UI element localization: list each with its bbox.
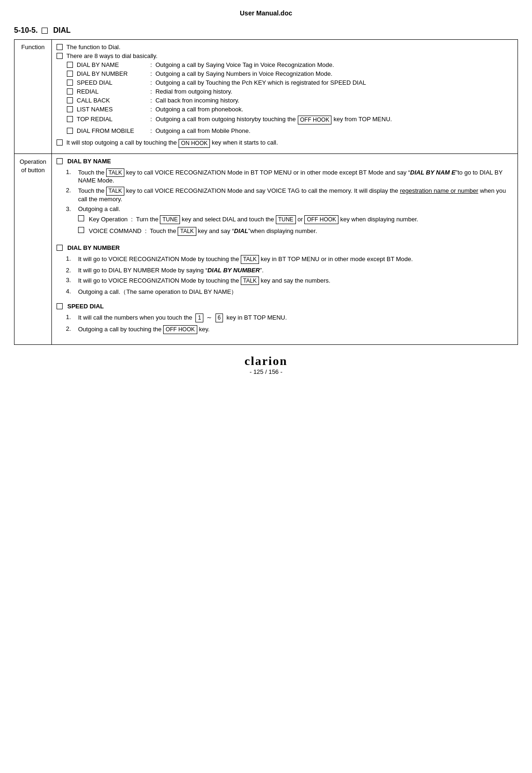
talk-key-2: TALK	[106, 187, 124, 196]
cb-op-dnum	[57, 245, 63, 251]
op-speed-dial: SPEED DIAL 1. It will call the numbers w…	[57, 303, 513, 334]
footer: clarion - 125 / 156 -	[14, 354, 518, 375]
top-redial-label: TOP REDIAL	[77, 116, 147, 123]
section-number: 5-10-5.	[14, 26, 38, 35]
speed-item-2: 2. Outgoing a call by touching the OFF H…	[66, 325, 513, 334]
dial-from-mobile-row: DIAL FROM MOBILE : Outgoing a call from …	[67, 127, 513, 134]
function-label: Function	[14, 40, 52, 154]
talk-key-3: TALK	[178, 227, 196, 236]
dbn-sub-keyop: Key Operation : Turn the TUNE key and se…	[78, 215, 418, 224]
dnum-list: 1. It will go to VOICE RECOGNIZATION Mod…	[66, 255, 513, 297]
cb-dial-name	[67, 62, 73, 68]
page-number: - 125 / 156 -	[14, 368, 518, 375]
dial-items-list: DIAL BY NAME : Outgoing a call by Saying…	[67, 61, 513, 113]
dial-item-listnames: LIST NAMES : Outgoing a call from phoneb…	[67, 106, 513, 113]
op-speed-header: SPEED DIAL	[57, 303, 513, 310]
speed-list: 1. It will call the numbers when you tou…	[66, 314, 513, 334]
cb-op-speed	[57, 303, 63, 309]
section-checkbox	[42, 28, 48, 34]
cb-dial-mobile	[67, 128, 73, 134]
top-redial-row: TOP REDIAL : Outgoing a call from outgoi…	[67, 116, 513, 124]
operation-content: DIAL BY NAME 1. Touch the TALK key to ca…	[52, 153, 518, 344]
speed-item-1: 1. It will call the numbers when you tou…	[66, 314, 513, 322]
dial-item-redial: REDIAL : Redial from outgoing history.	[67, 88, 513, 95]
dnum-item-1: 1. It will go to VOICE RECOGNIZATION Mod…	[66, 255, 513, 264]
page-title: User Manual.doc	[14, 9, 518, 17]
talk-key-1: TALK	[106, 168, 124, 177]
dbn-item-2: 2. Touch the TALK key to call VOICE RECO…	[66, 187, 513, 203]
tune-key-1: TUNE	[160, 215, 180, 224]
op-dbn-header: DIAL BY NAME	[57, 158, 513, 165]
dnum-item-4: 4. Outgoing a call.（The same operation t…	[66, 288, 513, 296]
operation-label: Operation of button	[14, 153, 52, 344]
op-dnum-header: DIAL BY NUMBER	[57, 244, 513, 251]
talk-key-5: TALK	[241, 277, 259, 285]
section-header: 5-10-5. DIAL	[14, 26, 518, 35]
dial-item-number: DIAL BY NUMBER : Outgoing a call by Sayi…	[67, 70, 513, 77]
section-name: DIAL	[53, 26, 71, 35]
function-row: Function The function to Dial. There are…	[14, 40, 518, 154]
dnum-item-2: 2. It will go to DIAL BY NUMBER Mode by …	[66, 267, 513, 274]
function-item-1: The function to Dial.	[57, 44, 513, 51]
main-table: Function The function to Dial. There are…	[14, 39, 518, 345]
off-hook-key-2: OFF HOOK	[304, 215, 338, 224]
off-hook-key-1: OFF HOOK	[298, 116, 332, 124]
cb-function-2	[57, 53, 63, 59]
cb-voice	[78, 227, 84, 233]
stop-line: It will stop outgoing a call by touching…	[57, 139, 513, 148]
function-item-2: There are 8 ways to dial basically.	[57, 52, 513, 59]
dbn-item-3: 3. Outgoing a call. Key Operation : Turn…	[66, 205, 513, 238]
dial-item-callback: CALL BACK : Call back fron incoming hist…	[67, 97, 513, 104]
cb-dial-speed	[67, 80, 73, 86]
operation-row: Operation of button DIAL BY NAME 1. Touc…	[14, 153, 518, 344]
brand-logo: clarion	[14, 354, 518, 368]
function-content: The function to Dial. There are 8 ways t…	[52, 40, 518, 154]
dial-item-name: DIAL BY NAME : Outgoing a call by Saying…	[67, 61, 513, 68]
cb-op-dbn	[57, 158, 63, 164]
off-hook-key-3: OFF HOOK	[163, 325, 197, 334]
cb-dial-callback	[67, 97, 73, 103]
cb-dial-number	[67, 71, 73, 77]
talk-key-4: TALK	[241, 255, 259, 264]
op-dial-by-number: DIAL BY NUMBER 1. It will go to VOICE RE…	[57, 244, 513, 297]
tune-key-2: TUNE	[276, 215, 296, 224]
cb-stop	[57, 139, 63, 146]
dnum-item-3: 3. It will go to VOICE RECOGNIZATION Mod…	[66, 277, 513, 285]
cb-dial-redial	[67, 88, 73, 95]
on-hook-key: ON HOOK	[179, 139, 210, 148]
dbn-list: 1. Touch the TALK key to call VOICE RECO…	[66, 168, 513, 238]
cb-function-1	[57, 44, 63, 50]
key-6: 6	[216, 314, 223, 322]
cb-top-redial	[67, 116, 73, 122]
op-dial-by-name: DIAL BY NAME 1. Touch the TALK key to ca…	[57, 158, 513, 238]
cb-keyop	[78, 215, 84, 221]
dial-item-speed: SPEED DIAL : Outgoing a call by Touching…	[67, 79, 513, 86]
dbn-item-1: 1. Touch the TALK key to call VOICE RECO…	[66, 168, 513, 184]
key-1: 1	[195, 314, 203, 322]
dbn-sub-voice: VOICE COMMAND : Touch the TALK key and s…	[78, 227, 418, 236]
cb-dial-listnames	[67, 106, 73, 112]
